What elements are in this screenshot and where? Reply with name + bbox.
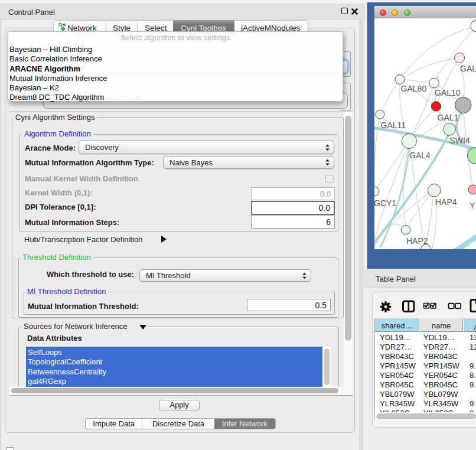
svg-text:Y: Y <box>470 201 475 210</box>
svg-text:GAL11: GAL11 <box>381 120 406 130</box>
svg-text:HAP4: HAP4 <box>435 197 457 207</box>
svg-text:SWI4: SWI4 <box>450 136 470 145</box>
svg-text:GAL10: GAL10 <box>435 88 461 97</box>
svg-text:GAL4: GAL4 <box>409 151 431 160</box>
svg-text:GCY1: GCY1 <box>374 198 396 208</box>
svg-text:HAP2: HAP2 <box>406 236 428 246</box>
svg-text:GAL7: GAL7 <box>460 64 476 73</box>
svg-text:GAL1: GAL1 <box>438 113 459 122</box>
svg-text:GAL80: GAL80 <box>401 84 427 93</box>
